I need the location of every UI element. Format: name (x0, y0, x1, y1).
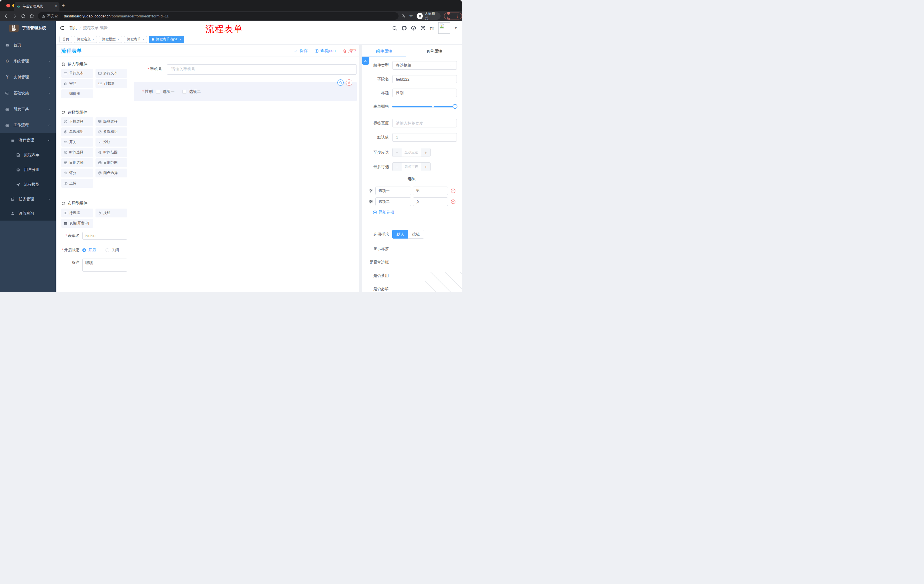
palette-item-cascader[interactable]: 级联选择 (96, 117, 127, 126)
sidebar-item-workflow[interactable]: 工作流程 (0, 117, 56, 133)
close-icon[interactable]: × (179, 38, 181, 41)
drag-handle-icon[interactable] (368, 199, 373, 204)
forward-button[interactable] (12, 14, 17, 18)
palette-item-time-range[interactable]: 时间范围 (96, 148, 127, 157)
sidebar-item-user-group[interactable]: 用户分组 (0, 162, 56, 177)
style-default-button[interactable]: 默认 (392, 230, 408, 239)
palette-item-radio-group[interactable]: 单选框组 (61, 127, 93, 136)
palette-item-rate[interactable]: 评分 (61, 169, 93, 178)
palette-item-single-text[interactable]: 单行文本 (61, 69, 93, 78)
browser-tab[interactable]: 芋道管理系统 × (14, 2, 59, 11)
palette-item-select[interactable]: 下拉选择 (61, 117, 93, 126)
palette-item-time-picker[interactable]: 时间选择 (61, 148, 93, 157)
title-input[interactable] (392, 89, 457, 97)
phone-field-input[interactable]: 请输入手机号 (167, 64, 357, 74)
tag-home[interactable]: 首页 (59, 36, 72, 43)
browser-menu-icon[interactable]: ⋮ (455, 14, 459, 18)
sidebar-item-task-mgmt[interactable]: 任务管理 (0, 192, 56, 206)
form-name-input[interactable] (82, 232, 127, 240)
window-close-button[interactable] (6, 4, 10, 7)
default-value-input[interactable] (392, 133, 457, 142)
field-name-input[interactable] (392, 75, 457, 83)
label-width-input[interactable] (392, 119, 457, 127)
style-button-button[interactable]: 按钮 (408, 230, 424, 239)
tab-component-props[interactable]: 组件属性 (362, 45, 406, 57)
close-icon[interactable]: × (142, 38, 144, 41)
palette-item-row-container[interactable]: 行容器 (61, 209, 93, 217)
avatar[interactable] (438, 22, 450, 34)
remove-option-button[interactable] (450, 199, 456, 204)
new-tab-button[interactable]: + (62, 3, 65, 8)
sidebar-item-process-form[interactable]: 流程表单 (0, 147, 56, 162)
sidebar-logo[interactable]: 芋道管理系统 (0, 21, 56, 35)
link-tag-button[interactable] (362, 57, 370, 65)
home-button[interactable] (30, 14, 34, 18)
duplicate-component-button[interactable] (337, 79, 344, 86)
palette-item-color-picker[interactable]: 颜色选择 (96, 169, 127, 178)
palette-item-upload[interactable]: 上传 (61, 179, 93, 188)
tag-process-model[interactable]: 流程模型× (99, 36, 122, 43)
tag-process-form[interactable]: 流程表单× (124, 36, 147, 43)
palette-item-multi-text[interactable]: 多行文本 (96, 69, 127, 78)
decrease-button[interactable]: − (393, 148, 402, 156)
radio-on[interactable] (82, 248, 86, 252)
decrease-button[interactable]: − (393, 163, 402, 171)
sidebar-item-infra[interactable]: 基础设施 (0, 85, 56, 101)
close-icon[interactable]: × (117, 38, 119, 41)
sidebar-item-home[interactable]: 首页 (0, 37, 56, 53)
font-size-icon[interactable]: TT (430, 26, 434, 31)
avatar-caret-icon[interactable]: ▼ (454, 26, 457, 30)
search-icon[interactable] (392, 25, 398, 31)
sidebar-item-process-model[interactable]: 流程模型 (0, 177, 56, 192)
clear-button[interactable]: 清空 (343, 48, 356, 53)
option-1-value-input[interactable] (413, 187, 448, 195)
sidebar-item-leave-query[interactable]: 请假查询 (0, 206, 56, 220)
tab-form-props[interactable]: 表单属性 (406, 45, 462, 57)
sidebar-collapse-icon[interactable] (59, 25, 64, 31)
palette-item-button[interactable]: 按钮 (96, 209, 127, 217)
increase-button[interactable]: + (421, 163, 430, 171)
radio-off-label[interactable]: 关闭 (112, 247, 119, 253)
drag-handle-icon[interactable] (368, 189, 373, 193)
browser-update-button[interactable]: 更新 ⋮ (444, 13, 462, 20)
palette-item-date-picker[interactable]: 日期选择 (61, 158, 93, 167)
sidebar-item-payment[interactable]: ¥ 支付管理 (0, 69, 56, 85)
bookmark-star-icon[interactable]: ☆ (409, 13, 413, 18)
sidebar-item-devtools[interactable]: 研发工具 (0, 101, 56, 117)
form-remark-textarea[interactable]: 嘿嘿 (82, 258, 127, 272)
checkbox-option-1[interactable] (156, 90, 160, 94)
option-2-label-input[interactable] (375, 197, 411, 206)
palette-item-counter[interactable]: 123计数器 (96, 79, 127, 88)
add-option-button[interactable]: 添加选项 (373, 210, 462, 215)
radio-on-label[interactable]: 开启 (88, 247, 96, 253)
save-button[interactable]: 保存 (294, 48, 308, 53)
palette-item-switch[interactable]: 开关 (61, 138, 93, 146)
palette-item-checkbox-group[interactable]: 多选框组 (96, 127, 127, 136)
palette-item-password[interactable]: 密码 (61, 79, 93, 88)
tab-close-icon[interactable]: × (55, 4, 57, 8)
back-button[interactable] (4, 14, 8, 18)
fullscreen-icon[interactable] (420, 25, 426, 31)
palette-item-slider[interactable]: 滑块 (96, 138, 127, 146)
radio-off[interactable] (106, 248, 109, 252)
address-bar[interactable]: 不安全 dashboard.yudao.iocoder.cn/bpm/manag… (38, 12, 399, 20)
sidebar-item-system[interactable]: ⚙ 系统管理 (0, 53, 56, 69)
tag-process-form-edit[interactable]: 流程表单-编辑× (149, 36, 184, 43)
slider-track[interactable] (392, 106, 457, 107)
palette-item-editor[interactable]: 编辑器 (61, 89, 93, 98)
sidebar-item-process-mgmt[interactable]: 流程管理 (0, 133, 56, 147)
password-key-icon[interactable] (401, 14, 406, 18)
option-1-label-input[interactable] (375, 187, 411, 195)
gender-field-selected[interactable]: 性别 选项一 选项二 (134, 82, 357, 101)
tag-process-definition[interactable]: 流程定义× (74, 36, 97, 43)
min-select-placeholder[interactable]: 至少应选 (402, 148, 421, 156)
view-json-button[interactable]: 查看json (315, 48, 336, 53)
remove-option-button[interactable] (450, 188, 456, 193)
component-type-select[interactable]: 多选框组 (392, 61, 457, 70)
palette-item-date-range[interactable]: 日期范围 (96, 158, 127, 167)
help-icon[interactable] (411, 25, 416, 31)
delete-component-button[interactable] (346, 79, 352, 86)
slider-handle[interactable] (452, 104, 457, 109)
github-icon[interactable] (401, 25, 407, 31)
close-icon[interactable]: × (92, 38, 94, 41)
